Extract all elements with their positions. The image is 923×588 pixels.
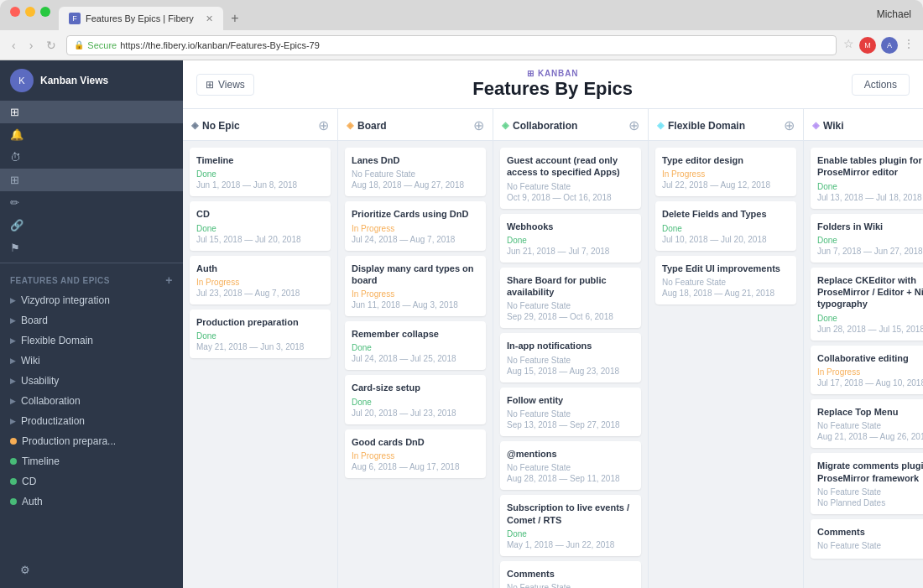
table-row[interactable]: Webhooks Done Jun 21, 2018 — Jul 7, 2018	[500, 214, 641, 263]
sidebar-item-6[interactable]: ▶Productization	[0, 411, 183, 431]
chevron-icon: ▶	[10, 316, 16, 325]
sidebar-item-2[interactable]: ▶Flexible Domain	[0, 330, 183, 351]
card-status: No Feature State	[817, 541, 923, 550]
table-row[interactable]: Remember collapse Done Jul 24, 2018 — Ju…	[345, 321, 486, 370]
sidebar-app-title: Kanban Views	[40, 75, 108, 86]
table-row[interactable]: @mentions No Feature State Aug 28, 2018 …	[500, 441, 641, 490]
sidebar-item-label: Flexible Domain	[21, 335, 93, 346]
table-row[interactable]: Migrate comments plugin to ProseMirror f…	[811, 453, 923, 514]
clock-icon: ⏱	[10, 151, 21, 164]
sidebar-item-9[interactable]: CD	[0, 471, 183, 492]
card-status: No Feature State	[352, 169, 479, 179]
sidebar-item-4[interactable]: ▶Usability	[0, 371, 183, 391]
page-title: Features By Epics	[254, 78, 852, 100]
actions-button[interactable]: Actions	[852, 74, 910, 96]
sidebar-nav-grid[interactable]: ⊞	[0, 169, 183, 191]
table-row[interactable]: Card-size setup Done Jul 20, 2018 — Jul …	[345, 375, 486, 424]
column-add-button[interactable]: ⊕	[473, 117, 484, 133]
table-row[interactable]: Auth In Progress Jul 23, 2018 — Aug 7, 2…	[190, 256, 331, 304]
card-date: Aug 18, 2018 — Aug 21, 2018	[662, 289, 790, 298]
sidebar-item-10[interactable]: Auth	[0, 492, 183, 512]
card-status: Done	[817, 314, 923, 323]
table-row[interactable]: Comments No Feature State	[811, 519, 923, 559]
table-row[interactable]: Production preparation Done May 21, 2018…	[190, 310, 331, 358]
sidebar-item-8[interactable]: Timeline	[0, 451, 183, 471]
grid-icon: ⊞	[10, 174, 19, 186]
chevron-icon: ▶	[10, 336, 16, 345]
table-row[interactable]: In-app notifications No Feature State Au…	[500, 333, 641, 382]
card-status: No Feature State	[507, 301, 634, 310]
table-row[interactable]: Folders in Wiki Done Jun 7, 2018 — Jun 2…	[811, 214, 923, 263]
column-title: ◈ Flexible Domain	[657, 120, 745, 132]
table-row[interactable]: Enable tables plugin for ProseMirror edi…	[811, 148, 923, 209]
back-button[interactable]: ‹	[8, 37, 19, 54]
bookmark-icon[interactable]: ☆	[843, 37, 854, 54]
window-minimize[interactable]	[25, 7, 35, 17]
card-status: No Feature State	[507, 583, 634, 588]
card-title: Type editor design	[662, 154, 790, 166]
address-bar-input[interactable]: 🔒 Secure https://the.fibery.io/kanban/Fe…	[66, 35, 837, 55]
forward-button[interactable]: ›	[26, 37, 37, 54]
table-row[interactable]: CD Done Jul 15, 2018 — Jul 20, 2018	[190, 201, 331, 250]
sidebar-item-7[interactable]: Production prepara...	[0, 431, 183, 451]
menu-icon[interactable]: ⋮	[903, 37, 915, 54]
table-row[interactable]: Type editor design In Progress Jul 22, 2…	[655, 148, 796, 196]
sidebar-nav-kanban[interactable]: ⊞	[0, 101, 183, 123]
tab-close-button[interactable]: ✕	[206, 13, 213, 24]
card-title: Collaborative editing	[817, 352, 923, 364]
card-title: Enable tables plugin for ProseMirror edi…	[817, 154, 923, 179]
card-date: No Planned Dates	[817, 498, 923, 507]
sidebar-nav-clock[interactable]: ⏱	[0, 146, 183, 169]
card-title: Migrate comments plugin to ProseMirror f…	[817, 460, 923, 484]
card-title: In-app notifications	[507, 340, 634, 351]
card-date: Oct 9, 2018 — Oct 16, 2018	[507, 193, 634, 202]
window-maximize[interactable]	[40, 7, 50, 17]
sidebar-item-5[interactable]: ▶Collaboration	[0, 391, 183, 411]
sidebar-item-0[interactable]: ▶Vizydrop integration	[0, 290, 183, 310]
views-button[interactable]: ⊞ Views	[196, 74, 254, 96]
table-row[interactable]: Lanes DnD No Feature State Aug 18, 2018 …	[345, 148, 486, 196]
table-row[interactable]: Share Board for public availability No F…	[500, 268, 641, 329]
table-row[interactable]: Replace CKEditor with ProseMirror / Edit…	[811, 268, 923, 341]
card-status: In Progress	[662, 169, 790, 179]
sidebar-nav-bell[interactable]: 🔔	[0, 123, 183, 146]
card-date: Aug 21, 2018 — Aug 26, 2018	[817, 432, 923, 441]
table-row[interactable]: Follow entity No Feature State Sep 13, 2…	[500, 388, 641, 436]
window-close[interactable]	[10, 7, 20, 17]
table-row[interactable]: Collaborative editing In Progress Jul 17…	[811, 346, 923, 394]
card-title: Production preparation	[196, 316, 324, 328]
table-row[interactable]: Guest account (read only access to speci…	[500, 148, 641, 209]
sidebar-nav-flag[interactable]: ⚑	[0, 237, 183, 259]
refresh-button[interactable]: ↻	[43, 37, 60, 54]
column-add-button[interactable]: ⊕	[784, 117, 795, 133]
card-status: Done	[817, 182, 923, 191]
card-date: Jun 21, 2018 — Jul 7, 2018	[507, 247, 634, 256]
table-row[interactable]: Type Edit UI improvements No Feature Sta…	[655, 256, 796, 304]
card-title: Lanes DnD	[352, 154, 479, 166]
new-tab-button[interactable]: +	[223, 7, 247, 30]
card-status: Done	[507, 529, 634, 539]
section-add-icon[interactable]: +	[165, 273, 173, 287]
column-title: ◈ No Epic	[191, 120, 240, 132]
card-status: In Progress	[352, 289, 479, 299]
table-row[interactable]: Comments No Feature State	[500, 561, 641, 588]
tab-favicon: F	[69, 13, 81, 24]
card-date: Aug 15, 2018 — Aug 23, 2018	[507, 367, 634, 376]
column-add-button[interactable]: ⊕	[628, 117, 639, 133]
table-row[interactable]: Timeline Done Jun 1, 2018 — Jun 8, 2018	[190, 148, 331, 196]
column-add-button[interactable]: ⊕	[318, 117, 329, 133]
table-row[interactable]: Subscription to live events / Comet / RT…	[500, 495, 641, 556]
table-row[interactable]: Delete Fields and Types Done Jul 10, 201…	[655, 201, 796, 250]
table-row[interactable]: Prioritize Cards using DnD In Progress J…	[345, 201, 486, 250]
table-row[interactable]: Display many card types on board In Prog…	[345, 256, 486, 317]
sidebar-item-1[interactable]: ▶Board	[0, 310, 183, 330]
table-row[interactable]: Good cards DnD In Progress Aug 6, 2018 —…	[345, 429, 486, 478]
sidebar-item-3[interactable]: ▶Wiki	[0, 351, 183, 371]
sidebar-nav-link[interactable]: 🔗	[0, 214, 183, 237]
card-date: Jul 10, 2018 — Jul 20, 2018	[662, 235, 790, 244]
sidebar-settings[interactable]: ⚙	[10, 559, 173, 581]
sidebar-nav-pencil[interactable]: ✏	[0, 191, 183, 214]
table-row[interactable]: Replace Top Menu No Feature State Aug 21…	[811, 399, 923, 448]
browser-tab[interactable]: F Features By Epics | Fibery ✕	[59, 7, 223, 30]
card-title: Good cards DnD	[352, 436, 479, 448]
